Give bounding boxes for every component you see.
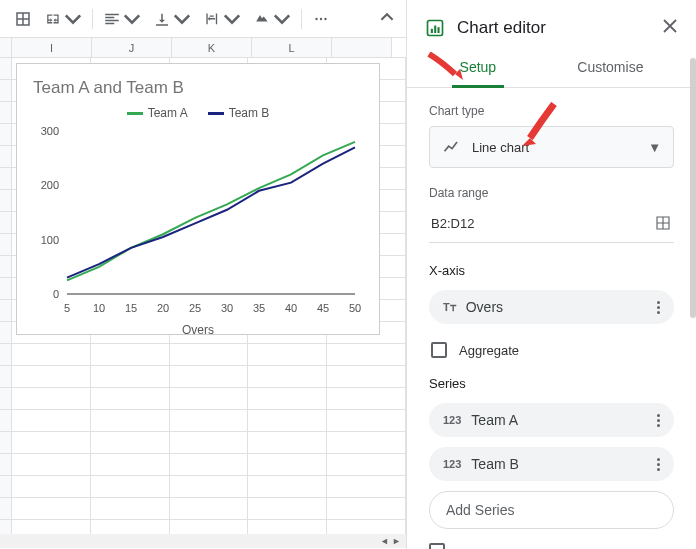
editor-header: Chart editor <box>407 0 696 49</box>
chevron-down-icon <box>64 10 82 28</box>
line-chart-icon <box>442 137 462 157</box>
data-range-field[interactable]: B2:D12 <box>429 208 674 243</box>
number-type-icon: 123 <box>443 414 461 426</box>
xaxis-section-label: X-axis <box>429 263 674 278</box>
more-icon <box>312 10 330 28</box>
close-icon <box>662 18 678 34</box>
svg-text:15: 15 <box>125 302 137 314</box>
svg-text:200: 200 <box>41 179 59 191</box>
chevron-up-icon <box>380 10 394 24</box>
chevron-down-icon <box>273 10 291 28</box>
borders-button[interactable] <box>8 6 38 32</box>
aggregate-row[interactable]: Aggregate <box>429 334 674 376</box>
rotate-button[interactable] <box>247 6 297 32</box>
svg-rect-19 <box>431 28 433 32</box>
close-button[interactable] <box>662 16 678 39</box>
more-icon[interactable] <box>657 414 660 427</box>
chart-plot: 01002003005101520253035404550 <box>25 126 365 316</box>
merge-button[interactable] <box>38 6 88 32</box>
chart-editor-icon <box>425 18 445 38</box>
legend-item: Team A <box>127 106 188 120</box>
editor-title: Chart editor <box>457 18 650 38</box>
tab-scroll-left[interactable]: ◄ <box>380 536 390 546</box>
collapse-toolbar-button[interactable] <box>376 6 398 31</box>
wrap-icon <box>203 10 221 28</box>
svg-text:30: 30 <box>221 302 233 314</box>
svg-rect-21 <box>438 27 440 33</box>
svg-text:35: 35 <box>253 302 265 314</box>
legend-label: Team A <box>148 106 188 120</box>
chevron-down-icon <box>223 10 241 28</box>
xaxis-chip[interactable]: Tᴛ Overs <box>429 290 674 324</box>
merge-icon <box>44 10 62 28</box>
column-header[interactable]: L <box>252 38 332 57</box>
svg-text:25: 25 <box>189 302 201 314</box>
text-type-icon: Tᴛ <box>443 301 456 314</box>
aggregate-label: Aggregate <box>459 343 519 358</box>
series-section-label: Series <box>429 376 674 391</box>
column-header[interactable]: J <box>92 38 172 57</box>
chevron-down-icon <box>173 10 191 28</box>
svg-text:50: 50 <box>349 302 361 314</box>
legend-swatch <box>208 112 224 115</box>
svg-point-1 <box>320 17 322 19</box>
series-chip[interactable]: 123 Team A <box>429 403 674 437</box>
toolbar <box>0 0 406 38</box>
more-icon[interactable] <box>657 458 660 471</box>
switch-checkbox[interactable] <box>429 543 445 549</box>
legend-label: Team B <box>229 106 270 120</box>
separator <box>92 9 93 29</box>
column-header[interactable] <box>332 38 392 57</box>
align-button[interactable] <box>97 6 147 32</box>
editor-body: Chart type Line chart ▼ Data range B2:D1… <box>407 88 696 549</box>
legend-swatch <box>127 112 143 115</box>
svg-rect-20 <box>434 25 436 33</box>
annotation-arrow-icon <box>520 102 560 148</box>
add-series-button[interactable]: Add Series <box>429 491 674 529</box>
select-range-icon[interactable] <box>654 214 672 232</box>
borders-icon <box>14 10 32 28</box>
valign-icon <box>153 10 171 28</box>
column-headers: I J K L <box>0 38 406 58</box>
spreadsheet-area: I J K L Team A and Team B Team A Team B … <box>0 38 406 548</box>
svg-point-0 <box>315 17 317 19</box>
column-header[interactable]: K <box>172 38 252 57</box>
tab-scroll-right[interactable]: ► <box>392 536 402 546</box>
chart-title: Team A and Team B <box>25 74 371 106</box>
annotation-arrow-icon <box>427 52 467 82</box>
more-icon[interactable] <box>657 301 660 314</box>
valign-button[interactable] <box>147 6 197 32</box>
series-value: Team A <box>471 412 518 428</box>
column-header[interactable]: I <box>12 38 92 57</box>
series-value: Team B <box>471 456 518 472</box>
svg-text:300: 300 <box>41 126 59 137</box>
separator <box>301 9 302 29</box>
rotate-icon <box>253 10 271 28</box>
svg-text:45: 45 <box>317 302 329 314</box>
svg-text:0: 0 <box>53 288 59 300</box>
data-range-value: B2:D12 <box>431 216 474 231</box>
wrap-button[interactable] <box>197 6 247 32</box>
aggregate-checkbox[interactable] <box>431 342 447 358</box>
chevron-down-icon: ▼ <box>648 140 661 155</box>
switch-rows-row[interactable] <box>429 543 674 549</box>
chart-xlabel: Overs <box>25 323 371 337</box>
svg-text:100: 100 <box>41 234 59 246</box>
legend-item: Team B <box>208 106 270 120</box>
align-icon <box>103 10 121 28</box>
svg-point-2 <box>324 17 326 19</box>
chevron-down-icon <box>123 10 141 28</box>
svg-text:40: 40 <box>285 302 297 314</box>
series-chip[interactable]: 123 Team B <box>429 447 674 481</box>
scrollbar[interactable] <box>690 58 696 318</box>
data-range-label: Data range <box>429 186 674 200</box>
chart-legend: Team A Team B <box>25 106 371 120</box>
svg-text:5: 5 <box>64 302 70 314</box>
more-button[interactable] <box>306 6 336 32</box>
svg-text:20: 20 <box>157 302 169 314</box>
sheet-tab-nav: ◄ ► <box>0 534 406 548</box>
tab-customise[interactable]: Customise <box>569 49 651 87</box>
chart-object[interactable]: Team A and Team B Team A Team B 01002003… <box>16 63 380 335</box>
svg-text:10: 10 <box>93 302 105 314</box>
chart-editor-panel: Chart editor Setup Customise Chart type … <box>406 0 696 549</box>
